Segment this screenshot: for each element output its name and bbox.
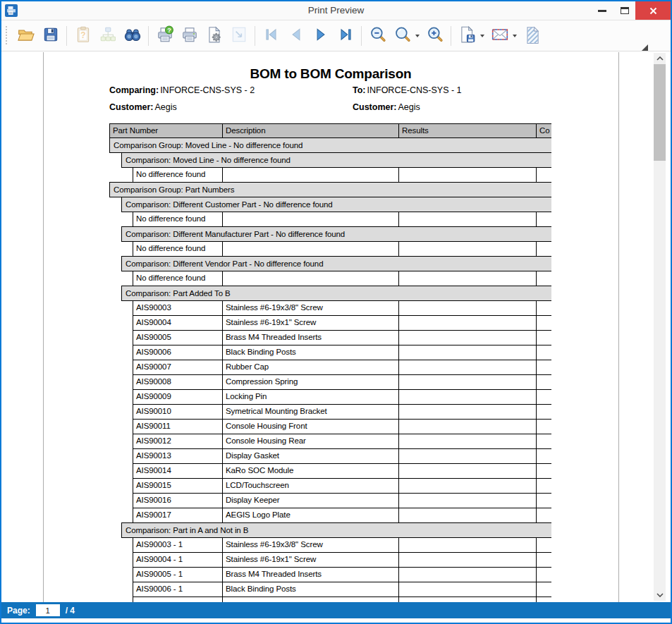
cell-results: [399, 582, 537, 597]
table-row: AIS90008Compression Spring: [133, 375, 551, 390]
page-setup-button[interactable]: [202, 24, 226, 47]
quick-print-button[interactable]: [178, 24, 201, 47]
cell-co: [537, 597, 551, 602]
cell-desc: [223, 597, 399, 602]
cell-part: No difference found: [133, 168, 223, 182]
customer-left-field: Customer:Aegis: [109, 102, 177, 112]
cell-co: [537, 345, 551, 360]
cell-co: [537, 582, 551, 597]
report-title: BOM to BOM Comparison: [43, 66, 618, 82]
cell-results: [399, 301, 537, 315]
cell-results: [399, 242, 537, 256]
group-row: Comparison Group: Moved Line - No differ…: [109, 137, 551, 153]
toolbar: ??: [1, 20, 671, 51]
cell-part: AIS90005: [133, 331, 223, 345]
zoom-dropdown-caret[interactable]: [415, 35, 420, 37]
cell-desc: Brass M4 Threaded Inserts: [223, 331, 399, 345]
cell-desc: KaRo SOC Module: [223, 464, 399, 478]
watermark-button[interactable]: [520, 24, 544, 47]
zoom-out-button[interactable]: [366, 24, 389, 47]
page-number-input[interactable]: [36, 604, 60, 616]
cell-co: [537, 405, 551, 419]
cell-co: [537, 168, 551, 182]
cell-results: [399, 449, 537, 463]
cell-desc: [223, 242, 399, 256]
page-total: / 4: [66, 606, 75, 616]
vertical-scrollbar[interactable]: [654, 53, 666, 601]
page-scale-icon: [230, 25, 248, 47]
cell-desc: Display Gasket: [223, 449, 399, 463]
scroll-down-button[interactable]: [654, 589, 666, 601]
first-page-button: [259, 24, 283, 47]
cell-part: AIS90012: [133, 434, 223, 448]
export-button[interactable]: [456, 24, 479, 47]
cell-desc: Stainless #6-19x3/8" Screw: [223, 301, 399, 315]
zoom-in-button[interactable]: [423, 24, 446, 47]
cell-part: AIS90015: [133, 479, 223, 493]
scroll-up-button[interactable]: [654, 53, 666, 64]
find-button[interactable]: [121, 24, 144, 47]
group-row: Comparison: Different Manufacturer Part …: [121, 226, 551, 242]
table-row: AIS90013Display Gasket: [133, 449, 551, 464]
column-header-results: Results: [399, 124, 537, 137]
export-dropdown-caret[interactable]: [480, 35, 484, 37]
close-icon: [649, 7, 657, 15]
table-row: AIS90005 - 1Brass M4 Threaded Inserts: [133, 568, 551, 582]
table-row: AIS90006 - 1Black Binding Posts: [133, 582, 551, 597]
next-page-button[interactable]: [309, 24, 332, 47]
chevron-up-icon: [656, 56, 664, 61]
group-row-label: Comparison: Different Vendor Part - No d…: [126, 259, 323, 268]
send-email-dropdown-caret[interactable]: [513, 35, 517, 37]
cell-results: [399, 331, 537, 345]
customer-right-label: Customer:: [353, 102, 397, 112]
table-row: No difference found: [133, 242, 551, 257]
comparing-label: Comparing:: [109, 85, 159, 95]
table-row: AIS90014KaRo SOC Module: [133, 464, 551, 479]
cell-co: [537, 479, 551, 493]
cell-desc: Console Housing Front: [223, 420, 399, 434]
clipboard-question-icon: ?: [74, 25, 92, 47]
scrollbar-thumb[interactable]: [654, 64, 666, 161]
column-header-description: Description: [223, 124, 399, 137]
maximize-button[interactable]: [614, 1, 635, 20]
cell-results: [399, 405, 537, 419]
cell-results: [399, 271, 537, 286]
to-value: INFORCE-CNS-SYS - 1: [367, 85, 462, 95]
customer-right-field: Customer:Aegis: [353, 102, 420, 112]
save-button[interactable]: [39, 24, 62, 47]
cell-desc: LCD/Touchscreen: [223, 479, 399, 493]
cell-results: [399, 168, 537, 182]
table-row: No difference found: [133, 168, 551, 183]
open-button[interactable]: [14, 24, 37, 47]
next-page-icon: [312, 25, 330, 47]
cell-part: AIS90009: [133, 390, 223, 404]
minimize-button[interactable]: [592, 1, 613, 20]
toolbar-grip[interactable]: [5, 26, 8, 46]
table-row: AIS90004Stainless #6-19x1" Screw: [133, 316, 551, 331]
zoom-icon: [393, 25, 412, 47]
cell-desc: Brass M4 Threaded Inserts: [223, 568, 399, 582]
cell-desc: Display Keeper: [223, 494, 399, 508]
page-right-edge: [618, 52, 619, 602]
toolbar-separator: [451, 26, 451, 46]
zoom-button[interactable]: [391, 24, 414, 47]
window-title: Print Preview: [1, 1, 671, 20]
cell-results: [399, 345, 537, 360]
close-button[interactable]: [635, 1, 671, 20]
cell-part: [133, 597, 223, 602]
cell-part: AIS90011: [133, 420, 223, 434]
toolbar-separator: [148, 26, 149, 46]
cell-co: [537, 242, 551, 256]
group-row: Comparison: Part Added To B: [121, 286, 551, 301]
cell-results: [399, 553, 537, 567]
send-email-button[interactable]: [488, 24, 511, 47]
cell-desc: Symetrical Mounting Bracket: [223, 405, 399, 419]
print-button[interactable]: ?: [153, 24, 176, 47]
cell-part: No difference found: [133, 212, 223, 226]
to-field: To:INFORCE-CNS-SYS - 1: [353, 85, 462, 95]
cell-part: AIS90006 - 1: [133, 582, 223, 597]
cell-part: AIS90014: [133, 464, 223, 478]
customer-right-value: Aegis: [398, 102, 420, 112]
last-page-button[interactable]: [334, 24, 357, 47]
group-row-label: Comparison: Different Manufacturer Part …: [126, 230, 345, 238]
